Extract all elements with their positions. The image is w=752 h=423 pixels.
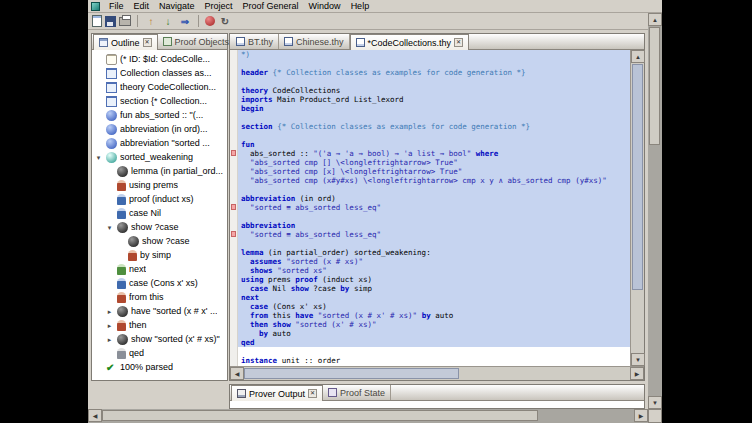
print-icon[interactable] bbox=[119, 17, 131, 26]
menu-item-window[interactable]: Window bbox=[304, 0, 346, 12]
interrupt-prover-icon[interactable] bbox=[205, 16, 215, 26]
code-line[interactable]: "abs_sorted cmp [] \<longleftrightarrow>… bbox=[238, 158, 630, 167]
code-line[interactable] bbox=[238, 185, 630, 194]
outline-item[interactable]: qed bbox=[92, 346, 227, 360]
outline-item[interactable]: by simp bbox=[92, 248, 227, 262]
code-line[interactable]: by auto bbox=[238, 329, 630, 338]
view-tab-proof-state[interactable]: Proof State bbox=[323, 385, 391, 400]
code-text-area[interactable]: *)header {* Collection classes as exampl… bbox=[238, 50, 630, 366]
outline-item[interactable]: show ?case bbox=[92, 220, 227, 234]
expander-open-icon[interactable] bbox=[105, 223, 114, 232]
code-line[interactable] bbox=[238, 212, 630, 221]
editor-horizontal-scrollbar[interactable] bbox=[230, 366, 644, 380]
scrollbar-thumb[interactable] bbox=[244, 368, 459, 379]
code-line[interactable]: "abs_sorted cmp [x] \<longleftrightarrow… bbox=[238, 167, 630, 176]
outline-item[interactable]: (* ID: $Id: CodeColle... bbox=[92, 52, 227, 66]
outline-item[interactable]: section {* Collection... bbox=[92, 94, 227, 108]
outline-item[interactable]: using prems bbox=[92, 178, 227, 192]
editor-vertical-scrollbar[interactable] bbox=[630, 50, 644, 366]
code-line[interactable]: qed bbox=[238, 338, 630, 347]
code-line[interactable]: header {* Collection classes as examples… bbox=[238, 68, 630, 77]
app-icon[interactable] bbox=[91, 2, 100, 11]
view-tab-proof-objects[interactable]: Proof Objects bbox=[158, 34, 236, 49]
code-line[interactable]: "sorted ≡ abs_sorted less_eq" bbox=[238, 203, 630, 212]
outline-item[interactable]: show ?case bbox=[92, 234, 227, 248]
scroll-down-button[interactable] bbox=[631, 353, 645, 366]
menu-item-project[interactable]: Project bbox=[200, 0, 238, 12]
outline-item[interactable]: case Nil bbox=[92, 206, 227, 220]
viewport-scroll-left-button[interactable] bbox=[88, 409, 102, 422]
editor-tab-chinese-thy[interactable]: Chinese.thy bbox=[279, 34, 350, 49]
expander-closed-icon[interactable] bbox=[105, 307, 114, 316]
code-line[interactable]: assumes "sorted (x # xs)" bbox=[238, 257, 630, 266]
outline-item[interactable]: sorted_weakening bbox=[92, 150, 227, 164]
viewport-scroll-down-button[interactable] bbox=[648, 396, 662, 409]
menu-item-proof-general[interactable]: Proof General bbox=[238, 0, 304, 12]
code-line[interactable]: case Nil show ?case by simp bbox=[238, 284, 630, 293]
code-line[interactable]: fun bbox=[238, 140, 630, 149]
code-line[interactable] bbox=[238, 113, 630, 122]
viewport-scroll-up-button[interactable] bbox=[648, 13, 662, 26]
outline-item[interactable]: show "sorted (x' # xs)" bbox=[92, 332, 227, 346]
outline-item[interactable]: then bbox=[92, 318, 227, 332]
code-line[interactable] bbox=[238, 59, 630, 68]
code-line[interactable]: *) bbox=[238, 50, 630, 59]
outline-item[interactable]: lemma (in partial_ord... bbox=[92, 164, 227, 178]
menu-item-file[interactable]: File bbox=[104, 0, 129, 12]
menu-item-help[interactable]: Help bbox=[346, 0, 375, 12]
code-line[interactable]: abbreviation bbox=[238, 221, 630, 230]
code-line[interactable]: section {* Collection classes as example… bbox=[238, 122, 630, 131]
code-line[interactable]: "abs_sorted cmp (x#y#xs) \<longleftright… bbox=[238, 176, 630, 185]
expander-open-icon[interactable] bbox=[94, 153, 103, 162]
outline-item[interactable]: next bbox=[92, 262, 227, 276]
code-line[interactable] bbox=[238, 77, 630, 86]
code-line[interactable]: instance unit :: order bbox=[238, 356, 630, 365]
code-line[interactable]: imports Main Product_ord List_lexord bbox=[238, 95, 630, 104]
outline-item[interactable]: case (Cons x' xs) bbox=[92, 276, 227, 290]
outline-item[interactable]: Collection classes as... bbox=[92, 66, 227, 80]
restart-prover-icon[interactable]: ↻ bbox=[218, 15, 232, 28]
outline-item[interactable]: from this bbox=[92, 290, 227, 304]
expander-closed-icon[interactable] bbox=[105, 335, 114, 344]
code-line[interactable] bbox=[238, 347, 630, 356]
code-line[interactable]: case (Cons x' xs) bbox=[238, 302, 630, 311]
scroll-up-button[interactable] bbox=[631, 50, 645, 63]
code-line[interactable]: lemma (in partial_order) sorted_weakenin… bbox=[238, 248, 630, 257]
viewport-horizontal-scrollbar[interactable] bbox=[88, 409, 648, 423]
outline-item[interactable]: have "sorted (x # x' ... bbox=[92, 304, 227, 318]
code-line[interactable]: abs_sorted :: "('a ⇒ 'a ⇒ bool) ⇒ 'a lis… bbox=[238, 149, 630, 158]
viewport-vertical-scrollbar[interactable] bbox=[648, 13, 662, 409]
code-line[interactable]: "sorted ≡ abs_sorted less_eq" bbox=[238, 230, 630, 239]
code-line[interactable]: next bbox=[238, 293, 630, 302]
code-line[interactable]: then show "sorted (x' # xs)" bbox=[238, 320, 630, 329]
code-line[interactable]: begin bbox=[238, 104, 630, 113]
view-tab-prover-output[interactable]: Prover Output bbox=[231, 385, 323, 401]
close-icon[interactable] bbox=[143, 38, 152, 47]
scrollbar-thumb[interactable] bbox=[649, 27, 660, 145]
outline-item[interactable]: proof (induct xs) bbox=[92, 192, 227, 206]
scrollbar-thumb[interactable] bbox=[102, 410, 538, 421]
view-tab-outline[interactable]: Outline bbox=[93, 34, 158, 50]
outline-item[interactable]: abbreviation (in ord)... bbox=[92, 122, 227, 136]
scrollbar-thumb[interactable] bbox=[632, 64, 643, 290]
editor-tab-codecollections-thy[interactable]: *CodeCollections.thy bbox=[350, 34, 470, 50]
next-proof-step-icon[interactable]: ↓ bbox=[161, 15, 175, 28]
code-line[interactable]: theory CodeCollections bbox=[238, 86, 630, 95]
outline-item[interactable]: theory CodeCollection... bbox=[92, 80, 227, 94]
outline-item[interactable]: 100% parsed bbox=[92, 360, 227, 374]
code-line[interactable] bbox=[238, 131, 630, 140]
code-line[interactable]: abbreviation (in ord) bbox=[238, 194, 630, 203]
code-line[interactable] bbox=[238, 239, 630, 248]
undo-proof-step-icon[interactable]: ↑ bbox=[144, 15, 158, 28]
close-icon[interactable] bbox=[454, 38, 463, 47]
code-line[interactable]: from this have "sorted (x # x' # xs)" by… bbox=[238, 311, 630, 320]
close-icon[interactable] bbox=[308, 389, 317, 398]
outline-item[interactable]: fun abs_sorted :: "(... bbox=[92, 108, 227, 122]
scroll-left-button[interactable] bbox=[230, 367, 244, 380]
outline-item[interactable]: abbreviation "sorted ... bbox=[92, 136, 227, 150]
editor-tab-bt-thy[interactable]: BT.thy bbox=[231, 34, 279, 49]
save-icon[interactable] bbox=[105, 16, 116, 27]
viewport-scroll-right-button[interactable] bbox=[634, 409, 648, 422]
new-wizard-icon[interactable] bbox=[92, 15, 102, 27]
scroll-right-button[interactable] bbox=[630, 367, 644, 380]
